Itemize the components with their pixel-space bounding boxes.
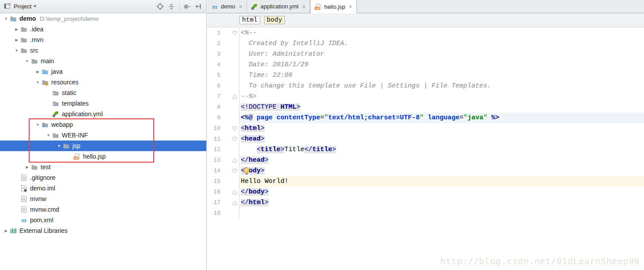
tree-item-demo[interactable]: ▼demoD:\temp_project\demo <box>0 13 206 24</box>
code-line-content[interactable] <box>239 208 644 219</box>
panel-title[interactable]: Project <box>14 3 31 10</box>
code-token: " <box>463 114 467 122</box>
code-token: < <box>241 125 245 132</box>
code-line: 18 <box>207 208 644 219</box>
tab-label: demo <box>221 3 235 10</box>
code-line-content[interactable]: --%> <box>239 91 644 102</box>
code-line-content[interactable]: <title>Title</title> <box>239 145 644 155</box>
hide-panel-icon[interactable] <box>194 2 203 11</box>
panel-title-dropdown-icon[interactable] <box>33 5 37 9</box>
breadcrumb-body[interactable]: body <box>264 16 285 24</box>
fold-marker-icon[interactable] <box>233 126 237 131</box>
close-tab-icon[interactable]: × <box>349 3 352 10</box>
tree-item-.gitignore[interactable]: .gitignore <box>0 172 206 183</box>
line-number: 14 <box>207 166 220 176</box>
fold-marker-icon[interactable] <box>233 31 237 35</box>
fold-marker-icon[interactable] <box>233 137 237 141</box>
expand-arrow-icon[interactable]: ▼ <box>34 80 42 84</box>
code-line-content[interactable]: To change this template use File | Setti… <box>239 81 644 91</box>
tree-item-external-libraries[interactable]: ▶External Libraries <box>0 225 206 236</box>
editor-tab-application.yml[interactable]: application.yml× <box>247 0 310 13</box>
tree-item-label: .mvn <box>30 36 43 43</box>
tree-item-java[interactable]: ▶java <box>0 66 206 77</box>
tree-item-jsp[interactable]: ▼jsp <box>0 141 206 151</box>
settings-gear-icon[interactable] <box>182 2 191 11</box>
project-tree: ▼demoD:\temp_project\demo▶.idea▶.mvn▼src… <box>0 13 206 236</box>
code-token: > <box>265 156 269 164</box>
expand-arrow-icon[interactable]: ▼ <box>45 133 52 137</box>
code-line-content[interactable]: <%@ page contentType="text/html;charset=… <box>239 113 644 123</box>
expand-arrow-icon[interactable]: ▶ <box>2 229 10 233</box>
code-line-content[interactable]: </head> <box>239 155 644 166</box>
collapse-all-icon[interactable] <box>167 2 176 11</box>
expand-arrow-icon[interactable]: ▼ <box>2 17 10 21</box>
tree-item-static[interactable]: static <box>0 87 206 98</box>
code-line-content[interactable]: <%-- <box>239 28 644 38</box>
expand-arrow-icon[interactable]: ▶ <box>13 27 20 31</box>
tree-item-test[interactable]: ▶test <box>0 162 206 172</box>
code-line-content[interactable]: <head> <box>239 134 644 145</box>
expand-arrow-icon[interactable]: ▶ <box>23 165 31 169</box>
tree-item-src[interactable]: ▼src <box>0 45 206 56</box>
tree-item-mvnw[interactable]: mvnw <box>0 194 206 204</box>
code-token: > <box>261 167 265 175</box>
tree-item-main[interactable]: ▼main <box>0 56 206 66</box>
editor-tab-demo[interactable]: mdemo× <box>207 0 247 13</box>
spring-icon <box>251 3 258 10</box>
tree-item-demo.iml[interactable]: demo.iml <box>0 183 206 194</box>
code-line-content[interactable]: <body> <box>239 166 644 176</box>
code-line-content[interactable]: <!DOCTYPE HTML> <box>239 102 644 113</box>
fold-marker-icon[interactable] <box>233 201 237 205</box>
expand-arrow-icon[interactable]: ▼ <box>34 123 42 127</box>
expand-arrow-icon[interactable]: ▼ <box>55 144 63 148</box>
expand-arrow-icon[interactable]: ▼ <box>23 59 31 63</box>
locate-icon[interactable] <box>155 2 164 11</box>
tree-item-webapp[interactable]: ▼webapp <box>0 119 206 130</box>
tree-item-hello.jsp[interactable]: JSPhello.jsp <box>0 151 206 162</box>
expand-arrow-icon[interactable]: ▶ <box>34 70 42 74</box>
breadcrumb: htmlbody <box>207 13 644 27</box>
tree-item-templates[interactable]: templates <box>0 98 206 109</box>
code-token: head <box>249 156 265 164</box>
tree-item-application.yml[interactable]: application.yml <box>0 109 206 119</box>
tree-item-mvnw.cmd[interactable]: mvnw.cmd <box>0 204 206 215</box>
tree-item-web-inf[interactable]: ▼WEB-INF <box>0 130 206 141</box>
tree-item-pom.xml[interactable]: mpom.xml <box>0 215 206 225</box>
folder-icon <box>20 26 28 33</box>
code-line-content[interactable]: Created by IntelliJ IDEA. <box>239 38 644 49</box>
tree-item-resources[interactable]: ▼resources <box>0 77 206 87</box>
tree-item-.mvn[interactable]: ▶.mvn <box>0 34 206 45</box>
svg-text:JSP: JSP <box>315 7 320 10</box>
tree-item-label: demo <box>19 15 36 22</box>
code-line-content[interactable]: </body> <box>239 187 644 198</box>
tree-item-label: .gitignore <box>30 174 56 181</box>
code-token: " <box>483 114 487 122</box>
code-line-content[interactable]: Hello World! <box>239 176 644 187</box>
maven-icon: m <box>20 217 28 224</box>
close-tab-icon[interactable]: × <box>239 3 242 10</box>
code-line-content[interactable]: </html> <box>239 198 644 208</box>
code-line-content[interactable]: <html> <box>239 123 644 134</box>
editor-tab-hello.jsp[interactable]: JSPhello.jsp× <box>310 0 357 13</box>
expand-arrow-icon[interactable]: ▶ <box>13 38 20 42</box>
line-number: 16 <box>207 187 220 198</box>
fold-gutter <box>220 166 239 176</box>
code-line: 2 Created by IntelliJ IDEA. <box>207 38 644 49</box>
fold-marker-icon[interactable] <box>233 158 237 163</box>
code-line: 8<!DOCTYPE HTML> <box>207 102 644 113</box>
code-editor[interactable]: 1<%--2 Created by IntelliJ IDEA.3 User: … <box>207 28 644 270</box>
fold-marker-icon[interactable] <box>233 95 237 99</box>
breadcrumb-html[interactable]: html <box>239 16 260 24</box>
close-tab-icon[interactable]: × <box>302 3 306 10</box>
code-line-content[interactable]: Date: 2018/1/29 <box>239 60 644 70</box>
fold-marker-icon[interactable] <box>233 190 237 194</box>
fold-marker-icon[interactable] <box>233 169 237 173</box>
folder-icon <box>31 57 38 65</box>
expand-arrow-icon[interactable]: ▼ <box>13 49 20 53</box>
code-line-content[interactable]: User: Administrator <box>239 49 644 60</box>
code-line-content[interactable]: Time: 22:06 <box>239 70 644 81</box>
tree-item-label: demo.iml <box>30 185 55 192</box>
tree-item-.idea[interactable]: ▶.idea <box>0 24 206 34</box>
line-number: 3 <box>207 49 220 60</box>
intention-bulb-icon[interactable] <box>244 167 250 173</box>
